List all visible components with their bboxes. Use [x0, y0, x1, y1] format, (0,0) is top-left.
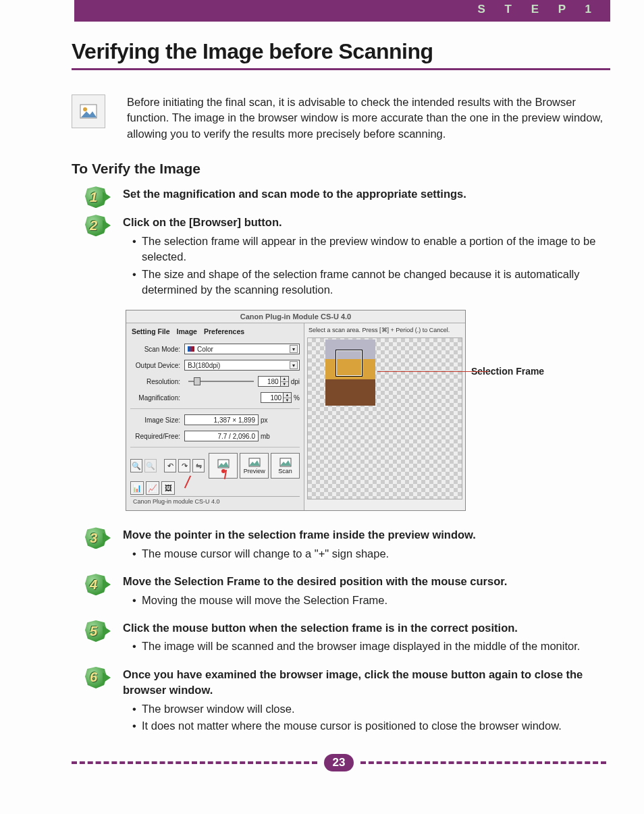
svg-point-1 — [83, 107, 87, 111]
required-free-label: Required/Free: — [130, 433, 184, 440]
step-6-bullet-2: It does not matter where the mouse curso… — [132, 718, 610, 734]
browser-button[interactable] — [209, 453, 238, 479]
step-3-title: Move the pointer in the selection frame … — [123, 527, 610, 543]
required-free-unit: mb — [261, 433, 270, 440]
callout-line — [377, 371, 488, 372]
curves-icon[interactable]: 📈 — [146, 481, 159, 495]
step-3-bullet-1: The mouse cursor will change to a "+" si… — [132, 546, 610, 562]
zoom-out-icon[interactable]: 🔍 — [144, 459, 157, 472]
output-device-select[interactable]: BJ(180dpi) ▾ — [184, 360, 300, 371]
image-size-value: 1,387 × 1,899 — [184, 414, 259, 425]
step-4-title: Move the Selection Frame to the desired … — [123, 574, 610, 589]
step-marker-5: 5 — [85, 620, 111, 660]
status-bar: Canon Plug-in module CS-U 4.0 — [130, 496, 300, 506]
prompt-text: Select a scan area. Press [⌘] + Period (… — [307, 326, 462, 337]
image-size-unit: px — [261, 416, 268, 424]
rotate-right-icon[interactable]: ↷ — [178, 459, 190, 472]
step-2-bullet-1: The selection frame will appear in the p… — [132, 234, 610, 265]
step-6-title: Once you have examined the browser image… — [123, 667, 610, 699]
resolution-stepper[interactable]: ▲▼ — [281, 376, 289, 387]
histogram-icon[interactable]: 📊 — [130, 481, 144, 495]
page-title: Verifying the Image before Scanning — [72, 39, 610, 64]
resolution-unit: dpi — [291, 378, 300, 385]
magnification-stepper[interactable]: ▲▼ — [284, 392, 292, 403]
scan-mode-select[interactable]: Color ▾ — [184, 344, 300, 354]
step-marker-3: 3 — [85, 527, 111, 567]
magnification-input[interactable]: 100 — [261, 392, 284, 403]
page-footer: 23 — [72, 755, 606, 771]
output-device-label: Output Device: — [130, 362, 184, 369]
step-label: S T E P 1 — [478, 3, 599, 16]
step-2-title: Click on the [Browser] button. — [123, 215, 610, 230]
page-number: 23 — [324, 754, 354, 771]
preview-area[interactable] — [307, 337, 462, 499]
step-2-bullet-2: The size and shape of the selection fram… — [132, 267, 610, 298]
zoom-in-icon[interactable]: 🔍 — [130, 459, 142, 472]
step-1-title: Set the magnification and scan mode to t… — [123, 186, 610, 202]
menu-image[interactable]: Image — [177, 327, 197, 335]
title-underline — [72, 68, 610, 70]
resolution-slider[interactable] — [188, 381, 254, 382]
scan-button[interactable]: Scan — [271, 453, 300, 479]
header-band: S T E P 1 — [74, 0, 610, 22]
step-marker-6: 6 — [85, 667, 111, 740]
image-size-label: Image Size: — [130, 416, 184, 424]
magnification-unit: % — [294, 394, 300, 402]
rotate-left-icon[interactable]: ↶ — [164, 459, 176, 472]
step-marker-4: 4 — [85, 574, 111, 614]
resolution-label: Resolution: — [130, 378, 184, 385]
window-title: Canon Plug-in Module CS-U 4.0 — [126, 310, 465, 323]
menu-setting-file[interactable]: Setting File — [132, 327, 170, 335]
flip-icon[interactable]: ⇋ — [192, 459, 205, 472]
step-4-bullet-1: Moving the mouse will move the Selection… — [132, 593, 610, 608]
plugin-screenshot: Canon Plug-in Module CS-U 4.0 Setting Fi… — [126, 310, 466, 511]
image-icon — [72, 94, 105, 128]
intro-text: Before initiating the final scan, it is … — [127, 94, 610, 142]
magnification-label: Magnification: — [130, 394, 184, 402]
step-marker-2: 2 — [85, 215, 111, 303]
selection-frame[interactable] — [336, 350, 362, 376]
adjust-icon[interactable]: 🖼 — [161, 481, 175, 495]
section-heading: To Verify the Image — [72, 161, 610, 177]
required-free-value: 7.7 / 2,096.0 — [184, 431, 259, 441]
menu-preferences[interactable]: Preferences — [204, 327, 244, 335]
preview-button[interactable]: Preview — [240, 453, 269, 479]
resolution-input[interactable]: 180 — [258, 376, 281, 387]
scan-mode-label: Scan Mode: — [130, 346, 184, 353]
step-marker-1: 1 — [85, 186, 111, 208]
step-5-bullet-1: The image will be scanned and the browse… — [132, 639, 610, 654]
step-5-title: Click the mouse button when the selectio… — [123, 620, 610, 636]
step-6-bullet-1: The browser window will close. — [132, 701, 610, 717]
